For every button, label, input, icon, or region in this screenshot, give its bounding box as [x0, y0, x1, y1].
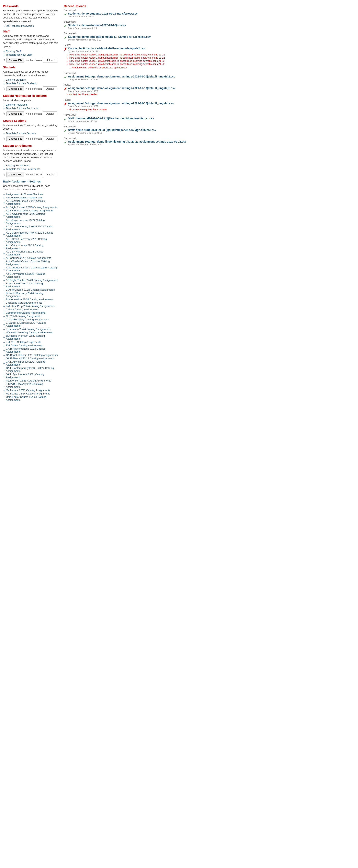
catalog-link-item[interactable]: ⬇All Course Catalog Assignments — [3, 196, 58, 199]
course-sections-choose-file-button[interactable]: Choose File — [6, 136, 24, 141]
staff-existing-link[interactable]: ⬇ Existing Staff — [3, 50, 58, 53]
catalog-link-item[interactable]: ⬇GA Bright Thinker 22/23 Catalog Assignm… — [3, 353, 58, 356]
download-icon: ⬇ — [3, 308, 5, 311]
catalog-link-item[interactable]: ⬇Comprehend Catalog Assignments — [3, 311, 58, 314]
passwords-description: Every time you download this spreadsheet… — [3, 9, 58, 23]
enrollments-existing-link[interactable]: ⬇ Existing Enrollments — [3, 164, 58, 167]
download-icon: ⬇ — [3, 78, 5, 81]
notifications-upload-row: ⬆ Choose File No file chosen Upload — [3, 111, 58, 116]
students-heading: Students — [3, 65, 58, 69]
students-upload-row: ⬆ Choose File No file chosen Upload — [3, 86, 58, 91]
catalog-link-item[interactable]: ⬇eDynamic Learning Catalog Assignments — [3, 331, 58, 334]
download-icon: ⬇ — [3, 341, 5, 344]
catalog-link-item[interactable]: ⬇FYI 2019 Catalog Assignments — [3, 341, 58, 344]
catalog-link-item[interactable]: ⬇Credit Recovery Catalog Assignments — [3, 318, 58, 321]
catalog-link-item[interactable]: ⬇AZ Bright Thinker 22/23 Catalog Assignm… — [3, 279, 58, 282]
download-icon: ⬇ — [3, 164, 5, 167]
catalog-link-item[interactable]: ⬇Backbone Catalog Assignments — [3, 301, 58, 304]
catalog-link-item[interactable]: ⬇AL L-Asynchronous 22/23 Catalog Assignm… — [3, 212, 58, 218]
catalog-link-item[interactable]: ⬇AL L-Synchronous 22/23 Catalog Assignme… — [3, 244, 58, 250]
notifications-upload-button[interactable]: Upload — [43, 111, 57, 116]
catalog-link-item[interactable]: ⬇AL L-Asynchronous 23/24 Catalog Assignm… — [3, 219, 58, 224]
notifications-description: Import student recipients... — [3, 98, 58, 102]
upload-error-item: context deadline exceeded — [69, 93, 355, 96]
download-icon: ⬇ — [3, 274, 5, 277]
course-sections-template-link[interactable]: ⬇ Template for New Sections — [3, 132, 58, 135]
staff-no-file-text: No file chosen — [26, 59, 42, 62]
catalog-link-item[interactable]: ⬇GA L-Asynchronous 23/24 Catalog Assignm… — [3, 360, 58, 366]
students-template-link[interactable]: ⬇ Template for New Students — [3, 82, 58, 85]
download-icon: ⬇ — [3, 206, 5, 209]
catalog-link-item[interactable]: ⬇AL L-Synchronous 23/24 Catalog Assignme… — [3, 250, 58, 256]
catalog-link-item[interactable]: ⬇AL Bright Thinker 22/23 Catalog Assignm… — [3, 206, 58, 209]
download-icon: ⬇ — [3, 305, 5, 308]
catalog-link-item[interactable]: ⬇B-Auto Graded 23/24 Catalog Assignments — [3, 288, 58, 291]
upload-error-item: Row 4: no master course 1stmathematicsal… — [69, 60, 355, 62]
staff-template-link[interactable]: ⬇ Template for New Staff — [3, 53, 58, 56]
upload-status-label: Succeeded: — [64, 32, 355, 35]
catalog-link-item[interactable]: ⬇AL L-Credit Recovery 22/23 Catalog Assi… — [3, 238, 58, 243]
download-icon: ⬇ — [3, 107, 5, 110]
catalog-link-item[interactable]: ⬇AL F-Blended 23/24 Catalog Assignments — [3, 209, 58, 212]
download-icon: ⬇ — [3, 53, 5, 56]
download-icon: ⬇ — [3, 374, 5, 377]
catalog-link-item[interactable]: ⬇E-Career & Electives 23/24 Catalog Assi… — [3, 321, 58, 327]
download-icon: ⬇ — [3, 256, 5, 259]
notifications-existing-link[interactable]: ⬇ Existing Recipients — [3, 103, 58, 106]
catalog-link-item[interactable]: ⬇GA F-Blended 23/24 Catalog Assignments — [3, 357, 58, 360]
catalog-link-item[interactable]: ⬇AZ B-Asynchronous 23/24 Catalog Assignm… — [3, 272, 58, 278]
enrollments-choose-file-button[interactable]: Choose File — [6, 172, 24, 177]
catalog-link-item[interactable]: ⬇Assignments in Current Sections — [3, 193, 58, 196]
catalog-link-item[interactable]: ⬇E-Premium 23/24 Catalog Assignments — [3, 328, 58, 331]
staff-choose-file-button[interactable]: Choose File — [6, 58, 24, 63]
upload-name: Assignment Settings: demo-lincolnlearnin… — [68, 140, 187, 143]
catalog-link-item[interactable]: ⬇B-Accommodated 23/24 Catalog Assignment… — [3, 282, 58, 288]
passwords-download-link[interactable]: ⬇ 500 Random Passwords — [3, 24, 58, 27]
upload-status-label: Failed: — [64, 98, 355, 101]
catalog-link-item[interactable]: ⬇GA B-Asynchronous 23/24 Catalog Assignm… — [3, 347, 58, 353]
catalog-link-item[interactable]: ⬇GA L-Contemporary PreK-5 23/24 Catalog … — [3, 367, 58, 372]
catalog-link-item[interactable]: ⬇B-Intervention 23/24 Catalog Assignment… — [3, 298, 58, 301]
enrollments-template-link[interactable]: ⬇ Template for New Enrollments — [3, 167, 58, 170]
catalog-link-item[interactable]: ⬇eDynamic Premium 22/23 Catalog Assignme… — [3, 334, 58, 340]
upload-meta: Casey Robertson on Apr 6 '23 — [68, 27, 126, 29]
catalog-link-item[interactable]: ⬇B-Credit Recovery 23/24 Catalog Assignm… — [3, 291, 58, 298]
success-icon: ✓ — [64, 117, 67, 122]
course-sections-description: Add new sections. You can't yet change e… — [3, 123, 58, 131]
students-upload-button[interactable]: Upload — [43, 86, 57, 91]
catalog-link-item[interactable]: ⬇Auto-Graded Custom Courses Catalog Assi… — [3, 260, 58, 266]
catalog-link-item[interactable]: ⬇L-Credit Recovery 23/24 Catalog Assignm… — [3, 382, 58, 389]
enrollments-upload-button[interactable]: Upload — [43, 172, 57, 177]
staff-upload-button[interactable]: Upload — [43, 58, 57, 63]
upload-errors-list: Gate column requires Flags column — [69, 108, 355, 111]
catalog-link-item[interactable]: ⬇AL L-Contemporary PreK-5 23/24 Catalog … — [3, 231, 58, 237]
catalog-link-item[interactable]: ⬇CR 22/23 Catalog Assignments — [3, 315, 58, 318]
notifications-choose-file-button[interactable]: Choose File — [6, 111, 24, 116]
course-sections-no-file-text: No file chosen — [26, 137, 42, 140]
catalog-link-item[interactable]: ⬇AL L-Contemporary PreK-5 22/23 Catalog … — [3, 225, 58, 231]
download-icon: ⬇ — [3, 331, 5, 334]
students-choose-file-button[interactable]: Choose File — [6, 86, 24, 91]
catalog-link-item[interactable]: ⬇FYI Online Catalog Assignments — [3, 344, 58, 347]
download-icon: ⬇ — [3, 353, 5, 356]
notifications-template-link[interactable]: ⬇ Template for New Recipients — [3, 107, 58, 110]
catalog-link-item[interactable]: ⬇AL B-Asynchronous 23/24 Catalog Assignm… — [3, 199, 58, 205]
catalog-link-item[interactable]: ⬇Mathspace 22/23 Catalog Assignments — [3, 389, 58, 392]
upload-status-row: ✗Assignment Settings: demo-assignment-se… — [64, 87, 355, 92]
course-sections-upload-button[interactable]: Upload — [43, 136, 57, 141]
catalog-link-item[interactable]: ⬇Intervention 22/23 Catalog Assignments — [3, 379, 58, 382]
catalog-link-item[interactable]: ⬇Mathspace 23/24 Catalog Assignments — [3, 392, 58, 395]
catalog-link-item[interactable]: ⬇BYU Test Prep 23/24 Catalog Assignments — [3, 305, 58, 308]
catalog-link-item[interactable]: ⬇Ohio End of Course Exams Catalog Assign… — [3, 396, 58, 401]
catalog-link-item[interactable]: ⬇GA L-Synchronous 23/24 Catalog Assignme… — [3, 373, 58, 379]
students-existing-link[interactable]: ⬇ Existing Students — [3, 78, 58, 81]
upload-name: Students: demo-students-2023-04-06(sr).c… — [68, 24, 126, 27]
download-icon: ⬇ — [3, 288, 5, 291]
catalog-link-item[interactable]: ⬇AP Courses 23/24 Catalog Assignments — [3, 256, 58, 259]
enrollments-upload-row: ⬆ Choose File No file chosen Upload — [3, 172, 58, 177]
catalog-link-item[interactable]: ⬇Auto-Graded Custom Courses 22/23 Catalo… — [3, 266, 58, 272]
uploads-list: Succeeded:✓Students: demo-students-2023-… — [64, 9, 355, 146]
course-sections-upload-row: ⬆ Choose File No file chosen Upload — [3, 136, 58, 141]
upload-status-label: Succeeded: — [64, 137, 355, 140]
catalog-link-item[interactable]: ⬇Calvert Catalog Assignments — [3, 308, 58, 311]
